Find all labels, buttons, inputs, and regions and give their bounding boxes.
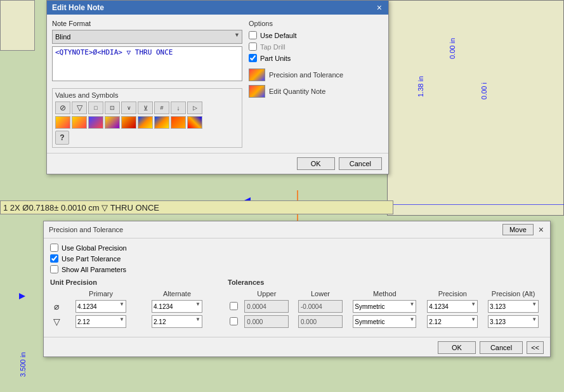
- precision-tolerance-dialog: Precision and Tolerance Move × Use Globa…: [43, 221, 551, 357]
- use-default-checkbox[interactable]: [249, 31, 257, 39]
- edit-hole-close-button[interactable]: ×: [376, 3, 383, 12]
- depth-primary-cell: 2.12: [63, 314, 139, 329]
- use-part-row: Use Part Tolerance: [50, 254, 544, 263]
- unit-precision-title: Unit Precision: [50, 278, 215, 286]
- depth-alternate-select[interactable]: 2.12: [152, 315, 202, 328]
- table-row: ⌀ 4.1234: [50, 299, 215, 314]
- tol-row1-method-combo[interactable]: Symmetric: [353, 300, 416, 313]
- tol-row2-lower[interactable]: [298, 315, 343, 328]
- tol-row1-precision-alt-combo[interactable]: 3.123: [488, 300, 539, 313]
- precision-close-button[interactable]: ×: [537, 225, 545, 234]
- precision-title: Precision and Tolerance: [49, 226, 123, 233]
- depth-primary-select[interactable]: 2.12: [75, 315, 126, 328]
- toolbar-btn-depth[interactable]: ▽: [72, 101, 87, 114]
- precision-cancel-button[interactable]: Cancel: [480, 341, 523, 354]
- toolbar-icon-8[interactable]: [171, 116, 186, 129]
- values-symbols-label: Values and Symbols: [55, 91, 239, 99]
- values-symbols-section: Values and Symbols ⊘ ▽ □ ⊡ ∨ ⊻ # ↓ ▷: [52, 88, 242, 148]
- move-button[interactable]: Move: [502, 224, 534, 235]
- hole-note-bar: 1 2X Ø0.7188± 0.0010 cm ▽ THRU ONCE: [0, 200, 393, 214]
- precision-titlebar: Precision and Tolerance Move ×: [44, 221, 550, 238]
- tol-row2-precision-alt-combo[interactable]: 3.123: [488, 315, 539, 328]
- precision-tolerance-icon: [249, 69, 265, 81]
- use-global-label[interactable]: Use Global Precision: [62, 244, 127, 252]
- hole-note-text: 1 2X Ø0.7188± 0.0010 cm ▽ THRU ONCE: [3, 203, 159, 212]
- toolbar-icon-4[interactable]: [105, 116, 120, 129]
- toolbar-icon-7[interactable]: [154, 116, 169, 129]
- tol-row1-precision-combo[interactable]: 4.1234: [427, 300, 478, 313]
- tol-row1-lower[interactable]: [298, 300, 343, 313]
- toolbar-icon-3[interactable]: [88, 116, 103, 129]
- toolbar-icon-6[interactable]: [138, 116, 153, 129]
- note-format-select[interactable]: Blind: [52, 30, 242, 44]
- precision-tolerance-row[interactable]: Precision and Tolerance: [249, 69, 366, 81]
- show-all-checkbox[interactable]: [50, 265, 58, 273]
- toolbar-row-2: [55, 116, 239, 129]
- tol-row2-precision-combo[interactable]: 2.12: [427, 315, 478, 328]
- diameter-primary-cell: 4.1234: [63, 299, 139, 314]
- diameter-primary-select[interactable]: 4.1234: [75, 300, 126, 313]
- toolbar-btn-box2[interactable]: ⊡: [105, 101, 120, 114]
- edit-hole-note-dialog: Edit Hole Note × Note Format Blind Value…: [46, 0, 389, 174]
- help-button[interactable]: ?: [55, 131, 69, 145]
- toolbar-icon-5[interactable]: [121, 116, 136, 129]
- precision-tolerance-label[interactable]: Precision and Tolerance: [269, 71, 343, 79]
- part-units-label[interactable]: Part Units: [260, 55, 291, 62]
- depth-primary-combo[interactable]: 2.12: [75, 315, 126, 328]
- edit-hole-titlebar: Edit Hole Note ×: [47, 1, 388, 15]
- edit-hole-cancel-button[interactable]: Cancel: [339, 157, 382, 170]
- depth-icon: ▽: [50, 314, 63, 329]
- tap-drill-checkbox[interactable]: [249, 42, 257, 51]
- note-text-area[interactable]: [52, 46, 242, 81]
- show-all-label[interactable]: Show All Parameters: [62, 266, 126, 273]
- edit-quantity-row[interactable]: Edit Quantity Note: [249, 85, 366, 98]
- toolbar-btn-hash[interactable]: #: [154, 101, 169, 114]
- toolbar-icon-9[interactable]: [187, 116, 202, 129]
- diameter-alternate-combo[interactable]: 4.1234: [152, 300, 202, 313]
- depth-alternate-combo[interactable]: 2.12: [152, 315, 202, 328]
- tolerances-panel: Tolerances Upper Lower Method Precision …: [228, 276, 544, 329]
- tol-row2-checkbox[interactable]: [230, 317, 238, 325]
- tol-row2-upper[interactable]: [244, 315, 289, 328]
- use-part-checkbox[interactable]: [50, 254, 58, 263]
- toolbar-btn-down[interactable]: ∨: [121, 101, 136, 114]
- use-part-label[interactable]: Use Part Tolerance: [62, 255, 121, 263]
- edit-quantity-label[interactable]: Edit Quantity Note: [269, 88, 325, 95]
- toolbar-btn-more[interactable]: ▷: [187, 101, 202, 114]
- edit-hole-footer: OK Cancel: [47, 153, 388, 174]
- tap-drill-label[interactable]: Tap Drill: [260, 43, 285, 51]
- dim-annotation-3: 0.00 i: [480, 82, 488, 100]
- use-global-row: Use Global Precision: [50, 244, 544, 252]
- toolbar-btn-circle[interactable]: ⊘: [55, 101, 70, 114]
- edit-hole-ok-button[interactable]: OK: [297, 157, 335, 170]
- tol-row1-precision-select[interactable]: 4.1234: [427, 300, 478, 313]
- precision-footer: OK Cancel <<: [44, 337, 550, 356]
- alternate-col-header: Alternate: [139, 289, 215, 299]
- use-default-label[interactable]: Use Default: [260, 32, 296, 39]
- edit-quantity-icon: [249, 85, 265, 98]
- toolbar-icon-2[interactable]: [72, 116, 87, 129]
- tol-row2-method-select[interactable]: Symmetric: [353, 315, 416, 328]
- dim-annotation-2: 0.00 in: [449, 38, 456, 59]
- tol-row2-method-combo[interactable]: Symmetric: [353, 315, 416, 328]
- tol-row1-checkbox[interactable]: [230, 302, 238, 310]
- precision-col-header: Precision: [422, 289, 483, 299]
- tap-drill-row: Tap Drill: [249, 42, 366, 51]
- toolbar-btn-arrow-down[interactable]: ↓: [171, 101, 186, 114]
- tol-row1-upper[interactable]: [244, 300, 289, 313]
- part-units-checkbox[interactable]: [249, 54, 257, 62]
- tol-row2-precision-alt-select[interactable]: 3.123: [488, 315, 539, 328]
- tol-row1-method-select[interactable]: Symmetric: [353, 300, 416, 313]
- precision-back-button[interactable]: <<: [527, 341, 544, 354]
- diameter-alternate-select[interactable]: 4.1234: [152, 300, 202, 313]
- tol-row2-precision-select[interactable]: 2.12: [427, 315, 478, 328]
- toolbar-icon-1[interactable]: [55, 116, 70, 129]
- toolbar-btn-box[interactable]: □: [88, 101, 103, 114]
- tol-row1-precision-alt-select[interactable]: 3.123: [488, 300, 539, 313]
- note-format-label: Note Format: [52, 20, 242, 27]
- use-default-row: Use Default: [249, 31, 366, 39]
- use-global-checkbox[interactable]: [50, 244, 58, 252]
- toolbar-btn-down2[interactable]: ⊻: [138, 101, 153, 114]
- diameter-primary-combo[interactable]: 4.1234: [75, 300, 126, 313]
- precision-ok-button[interactable]: OK: [438, 341, 476, 354]
